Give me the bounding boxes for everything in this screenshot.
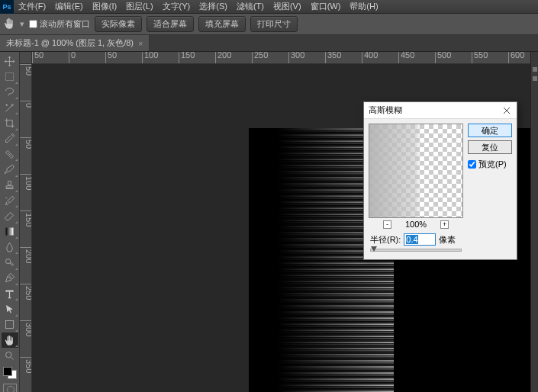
dropdown-icon[interactable]: ▾ bbox=[20, 19, 24, 29]
document-tab[interactable]: 未标题-1 @ 100% (图层 1, 灰色/8) × bbox=[0, 35, 150, 51]
gaussian-blur-dialog: 高斯模糊 - 100% + 确定 复位 预览(P) 半径(R): 像素 bbox=[363, 101, 517, 260]
options-bar: ▾ 滚动所有窗口 实际像素 适合屏幕 填充屏幕 打印尺寸 bbox=[0, 14, 538, 35]
preview-checkbox[interactable]: 预览(P) bbox=[468, 159, 512, 170]
svg-point-2 bbox=[6, 259, 11, 263]
zoom-level: 100% bbox=[405, 220, 427, 229]
lasso-tool[interactable] bbox=[2, 85, 18, 100]
quickmask-button[interactable] bbox=[3, 384, 17, 392]
menu-bar: Ps 文件(F) 编辑(E) 图像(I) 图层(L) 文字(Y) 选择(S) 滤… bbox=[0, 0, 538, 14]
print-size-button[interactable]: 打印尺寸 bbox=[250, 16, 298, 32]
hand-icon bbox=[3, 18, 15, 31]
move-tool[interactable] bbox=[2, 53, 18, 69]
path-select-tool[interactable] bbox=[2, 301, 18, 316]
dialog-titlebar[interactable]: 高斯模糊 bbox=[364, 102, 517, 119]
menu-file[interactable]: 文件(F) bbox=[14, 1, 50, 12]
stamp-tool[interactable] bbox=[2, 178, 18, 193]
hand-tool[interactable] bbox=[2, 333, 18, 348]
eraser-tool[interactable] bbox=[2, 208, 18, 223]
pen-tool[interactable] bbox=[2, 271, 18, 286]
marquee-tool[interactable] bbox=[2, 69, 18, 84]
menu-window[interactable]: 窗口(W) bbox=[306, 1, 346, 12]
svg-point-4 bbox=[6, 352, 12, 358]
menu-view[interactable]: 视图(V) bbox=[269, 1, 306, 12]
zoom-in-button[interactable]: + bbox=[440, 220, 449, 229]
menu-select[interactable]: 选择(S) bbox=[195, 1, 232, 12]
menu-layer[interactable]: 图层(L) bbox=[121, 1, 157, 12]
preview-label: 预览(P) bbox=[478, 159, 507, 170]
app-logo: Ps bbox=[0, 0, 14, 14]
svg-rect-0 bbox=[6, 72, 14, 80]
panel-dock[interactable] bbox=[530, 52, 538, 392]
svg-rect-3 bbox=[6, 321, 14, 329]
horizontal-ruler: 50050100150200250300350400450500550600 bbox=[32, 52, 538, 64]
radius-input[interactable] bbox=[404, 233, 436, 246]
close-icon[interactable] bbox=[501, 105, 512, 116]
menu-edit[interactable]: 编辑(E) bbox=[50, 1, 88, 12]
gradient-tool[interactable] bbox=[2, 224, 18, 239]
dodge-tool[interactable] bbox=[2, 255, 18, 270]
type-tool[interactable] bbox=[2, 286, 18, 301]
zoom-out-button[interactable]: - bbox=[383, 220, 391, 229]
crop-tool[interactable] bbox=[2, 115, 18, 130]
radius-unit: 像素 bbox=[439, 234, 456, 246]
dock-icon[interactable] bbox=[533, 76, 537, 81]
document-tabs: 未标题-1 @ 100% (图层 1, 灰色/8) × bbox=[0, 35, 538, 52]
vertical-ruler: 50050100150200250300350400 bbox=[20, 64, 32, 392]
zoom-tool[interactable] bbox=[2, 348, 18, 363]
heal-tool[interactable] bbox=[2, 146, 18, 162]
menu-image[interactable]: 图像(I) bbox=[88, 1, 121, 12]
dialog-title: 高斯模糊 bbox=[369, 104, 402, 116]
actual-pixels-button[interactable]: 实际像素 bbox=[95, 16, 142, 32]
menu-filter[interactable]: 滤镜(T) bbox=[232, 1, 269, 12]
slider-thumb[interactable] bbox=[371, 246, 377, 252]
tools-panel bbox=[0, 52, 20, 392]
close-icon[interactable]: × bbox=[138, 39, 143, 48]
radius-slider[interactable] bbox=[370, 249, 462, 252]
menu-help[interactable]: 帮助(H) bbox=[345, 1, 382, 12]
color-swatch[interactable] bbox=[2, 365, 18, 381]
blur-tool[interactable] bbox=[2, 239, 18, 255]
history-brush-tool[interactable] bbox=[2, 193, 18, 208]
tab-title: 未标题-1 @ 100% (图层 1, 灰色/8) bbox=[6, 37, 134, 49]
cancel-button[interactable]: 复位 bbox=[468, 140, 512, 154]
fit-screen-button[interactable]: 适合屏幕 bbox=[147, 16, 194, 32]
svg-rect-1 bbox=[6, 228, 14, 236]
shape-tool[interactable] bbox=[2, 317, 18, 333]
scroll-all-label: 滚动所有窗口 bbox=[40, 18, 90, 30]
fill-screen-button[interactable]: 填充屏幕 bbox=[198, 16, 246, 32]
radius-label: 半径(R): bbox=[370, 234, 401, 246]
dock-icon[interactable] bbox=[533, 67, 537, 72]
ruler-origin bbox=[20, 52, 32, 64]
eyedropper-tool[interactable] bbox=[2, 131, 18, 146]
magic-wand-tool[interactable] bbox=[2, 100, 18, 115]
menu-type[interactable]: 文字(Y) bbox=[158, 1, 195, 12]
scroll-all-checkbox[interactable]: 滚动所有窗口 bbox=[29, 18, 90, 30]
brush-tool[interactable] bbox=[2, 162, 18, 177]
filter-preview[interactable] bbox=[369, 124, 463, 218]
ok-button[interactable]: 确定 bbox=[468, 124, 512, 137]
